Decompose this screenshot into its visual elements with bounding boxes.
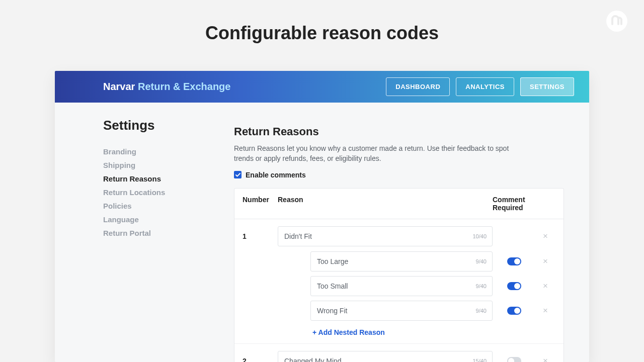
delete-reason-icon[interactable]: × bbox=[535, 356, 555, 362]
nested-reason-row: 9/40 × bbox=[243, 276, 555, 296]
reason-row: 2 15/40 × bbox=[243, 351, 555, 362]
comment-required-toggle[interactable] bbox=[507, 282, 521, 290]
sidebar-item-return-portal[interactable]: Return Portal bbox=[103, 229, 234, 237]
page-title: Configurable reason codes bbox=[0, 0, 644, 44]
delete-nested-icon[interactable]: × bbox=[535, 281, 555, 291]
sidebar-item-policies[interactable]: Policies bbox=[103, 202, 234, 210]
section-title: Return Reasons bbox=[234, 125, 564, 138]
char-counter: 9/40 bbox=[476, 258, 487, 264]
sidebar: Settings Branding Shipping Return Reason… bbox=[103, 118, 234, 362]
reason-input[interactable] bbox=[278, 351, 493, 362]
svg-point-0 bbox=[606, 11, 627, 32]
reason-number: 1 bbox=[243, 232, 278, 240]
nested-rows: 9/40 × 9/40 × bbox=[243, 251, 555, 321]
comment-required-toggle[interactable] bbox=[507, 257, 521, 265]
reason-row: 1 10/40 × bbox=[243, 226, 555, 246]
delete-reason-icon[interactable]: × bbox=[535, 231, 555, 241]
brand: Narvar Return & Exchange bbox=[103, 81, 230, 93]
nested-reason-row: 9/40 × bbox=[243, 301, 555, 321]
add-nested-reason-button[interactable]: + Add Nested Reason bbox=[310, 325, 555, 338]
sidebar-item-return-locations[interactable]: Return Locations bbox=[103, 188, 234, 197]
sidebar-item-return-reasons[interactable]: Return Reasons bbox=[103, 174, 234, 183]
reason-number: 2 bbox=[243, 357, 278, 362]
app-body: Settings Branding Shipping Return Reason… bbox=[55, 103, 589, 362]
comment-required-toggle[interactable] bbox=[507, 307, 521, 315]
brand-primary: Narvar bbox=[103, 81, 135, 92]
sidebar-item-language[interactable]: Language bbox=[103, 215, 234, 224]
sidebar-item-branding[interactable]: Branding bbox=[103, 147, 234, 156]
enable-comments-checkbox[interactable] bbox=[234, 171, 242, 178]
section-description: Return Reasons let you know why a custom… bbox=[234, 143, 516, 164]
reasons-table: Number Reason Comment Required 1 10/40 bbox=[234, 188, 564, 362]
tab-settings[interactable]: SETTINGS bbox=[520, 77, 574, 96]
col-number: Number bbox=[243, 196, 278, 212]
comment-required-toggle[interactable] bbox=[507, 357, 521, 362]
char-counter: 9/40 bbox=[476, 283, 487, 289]
enable-comments-row: Enable comments bbox=[234, 171, 564, 179]
nested-reason-input[interactable] bbox=[310, 251, 493, 272]
reason-block: 1 10/40 × 9/40 bbox=[234, 219, 564, 344]
tab-dashboard[interactable]: DASHBOARD bbox=[386, 77, 450, 96]
char-counter: 15/40 bbox=[472, 358, 487, 362]
main-content: Return Reasons Return Reasons let you kn… bbox=[234, 118, 589, 362]
tab-analytics[interactable]: ANALYTICS bbox=[456, 77, 514, 96]
char-counter: 9/40 bbox=[476, 308, 487, 314]
sidebar-title: Settings bbox=[103, 118, 234, 133]
nested-reason-input[interactable] bbox=[310, 301, 493, 321]
reason-block: 2 15/40 × bbox=[234, 344, 564, 362]
delete-nested-icon[interactable]: × bbox=[535, 256, 555, 266]
char-counter: 10/40 bbox=[472, 233, 487, 239]
col-reason: Reason bbox=[278, 196, 493, 212]
brand-secondary: Return & Exchange bbox=[138, 81, 230, 92]
nested-reason-input[interactable] bbox=[310, 276, 493, 296]
enable-comments-label: Enable comments bbox=[246, 171, 306, 179]
nav-tabs: DASHBOARD ANALYTICS SETTINGS bbox=[386, 77, 574, 96]
app-window: Narvar Return & Exchange DASHBOARD ANALY… bbox=[55, 71, 589, 362]
col-comment-required: Comment Required bbox=[493, 196, 535, 212]
narvar-logo-icon bbox=[605, 9, 629, 33]
nested-reason-row: 9/40 × bbox=[243, 251, 555, 272]
app-header: Narvar Return & Exchange DASHBOARD ANALY… bbox=[55, 71, 589, 103]
delete-nested-icon[interactable]: × bbox=[535, 306, 555, 316]
sidebar-item-shipping[interactable]: Shipping bbox=[103, 161, 234, 169]
reason-input-wrap: 10/40 bbox=[278, 226, 493, 246]
table-header: Number Reason Comment Required bbox=[234, 189, 564, 219]
reason-input[interactable] bbox=[278, 226, 493, 246]
